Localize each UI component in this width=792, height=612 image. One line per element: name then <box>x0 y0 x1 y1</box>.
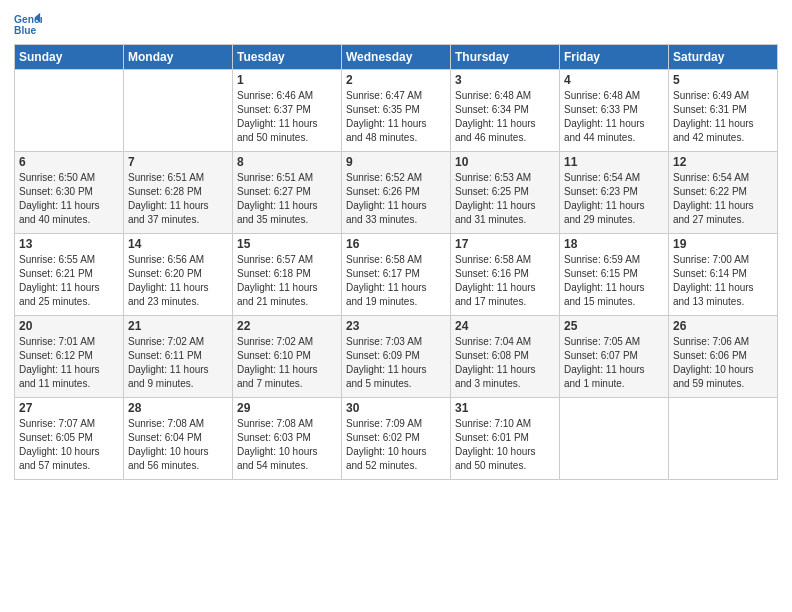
weekday-header-thursday: Thursday <box>451 45 560 70</box>
day-info: Sunrise: 6:56 AMSunset: 6:20 PMDaylight:… <box>128 253 228 309</box>
day-info: Sunrise: 6:54 AMSunset: 6:23 PMDaylight:… <box>564 171 664 227</box>
day-cell <box>669 398 778 480</box>
day-info: Sunrise: 7:02 AMSunset: 6:11 PMDaylight:… <box>128 335 228 391</box>
day-number: 26 <box>673 319 773 333</box>
day-cell: 23Sunrise: 7:03 AMSunset: 6:09 PMDayligh… <box>342 316 451 398</box>
day-cell: 29Sunrise: 7:08 AMSunset: 6:03 PMDayligh… <box>233 398 342 480</box>
day-number: 19 <box>673 237 773 251</box>
day-cell: 21Sunrise: 7:02 AMSunset: 6:11 PMDayligh… <box>124 316 233 398</box>
day-cell: 19Sunrise: 7:00 AMSunset: 6:14 PMDayligh… <box>669 234 778 316</box>
day-info: Sunrise: 7:09 AMSunset: 6:02 PMDaylight:… <box>346 417 446 473</box>
day-cell: 18Sunrise: 6:59 AMSunset: 6:15 PMDayligh… <box>560 234 669 316</box>
day-info: Sunrise: 6:46 AMSunset: 6:37 PMDaylight:… <box>237 89 337 145</box>
day-info: Sunrise: 6:55 AMSunset: 6:21 PMDaylight:… <box>19 253 119 309</box>
day-cell: 28Sunrise: 7:08 AMSunset: 6:04 PMDayligh… <box>124 398 233 480</box>
day-cell: 27Sunrise: 7:07 AMSunset: 6:05 PMDayligh… <box>15 398 124 480</box>
day-cell: 17Sunrise: 6:58 AMSunset: 6:16 PMDayligh… <box>451 234 560 316</box>
day-info: Sunrise: 7:06 AMSunset: 6:06 PMDaylight:… <box>673 335 773 391</box>
day-number: 10 <box>455 155 555 169</box>
day-number: 4 <box>564 73 664 87</box>
day-number: 1 <box>237 73 337 87</box>
day-info: Sunrise: 6:49 AMSunset: 6:31 PMDaylight:… <box>673 89 773 145</box>
weekday-header-wednesday: Wednesday <box>342 45 451 70</box>
day-info: Sunrise: 6:57 AMSunset: 6:18 PMDaylight:… <box>237 253 337 309</box>
day-info: Sunrise: 6:58 AMSunset: 6:16 PMDaylight:… <box>455 253 555 309</box>
week-row-4: 20Sunrise: 7:01 AMSunset: 6:12 PMDayligh… <box>15 316 778 398</box>
day-info: Sunrise: 6:58 AMSunset: 6:17 PMDaylight:… <box>346 253 446 309</box>
day-info: Sunrise: 6:51 AMSunset: 6:27 PMDaylight:… <box>237 171 337 227</box>
day-info: Sunrise: 6:48 AMSunset: 6:34 PMDaylight:… <box>455 89 555 145</box>
day-number: 27 <box>19 401 119 415</box>
day-cell: 13Sunrise: 6:55 AMSunset: 6:21 PMDayligh… <box>15 234 124 316</box>
header: General Blue <box>14 10 778 38</box>
day-number: 21 <box>128 319 228 333</box>
week-row-2: 6Sunrise: 6:50 AMSunset: 6:30 PMDaylight… <box>15 152 778 234</box>
weekday-header-saturday: Saturday <box>669 45 778 70</box>
day-cell: 26Sunrise: 7:06 AMSunset: 6:06 PMDayligh… <box>669 316 778 398</box>
weekday-header-sunday: Sunday <box>15 45 124 70</box>
calendar-table: SundayMondayTuesdayWednesdayThursdayFrid… <box>14 44 778 480</box>
day-cell <box>124 70 233 152</box>
day-cell: 15Sunrise: 6:57 AMSunset: 6:18 PMDayligh… <box>233 234 342 316</box>
svg-text:Blue: Blue <box>14 25 37 36</box>
day-number: 17 <box>455 237 555 251</box>
day-info: Sunrise: 6:50 AMSunset: 6:30 PMDaylight:… <box>19 171 119 227</box>
day-number: 23 <box>346 319 446 333</box>
day-info: Sunrise: 6:54 AMSunset: 6:22 PMDaylight:… <box>673 171 773 227</box>
weekday-header-monday: Monday <box>124 45 233 70</box>
day-cell: 11Sunrise: 6:54 AMSunset: 6:23 PMDayligh… <box>560 152 669 234</box>
day-number: 3 <box>455 73 555 87</box>
calendar-page: General Blue SundayMondayTuesdayWednesda… <box>0 0 792 612</box>
day-info: Sunrise: 7:01 AMSunset: 6:12 PMDaylight:… <box>19 335 119 391</box>
day-number: 8 <box>237 155 337 169</box>
day-info: Sunrise: 7:07 AMSunset: 6:05 PMDaylight:… <box>19 417 119 473</box>
day-number: 15 <box>237 237 337 251</box>
day-number: 11 <box>564 155 664 169</box>
day-number: 14 <box>128 237 228 251</box>
day-cell: 30Sunrise: 7:09 AMSunset: 6:02 PMDayligh… <box>342 398 451 480</box>
day-number: 28 <box>128 401 228 415</box>
day-cell: 22Sunrise: 7:02 AMSunset: 6:10 PMDayligh… <box>233 316 342 398</box>
day-cell: 20Sunrise: 7:01 AMSunset: 6:12 PMDayligh… <box>15 316 124 398</box>
day-info: Sunrise: 6:51 AMSunset: 6:28 PMDaylight:… <box>128 171 228 227</box>
day-number: 2 <box>346 73 446 87</box>
day-info: Sunrise: 7:05 AMSunset: 6:07 PMDaylight:… <box>564 335 664 391</box>
week-row-3: 13Sunrise: 6:55 AMSunset: 6:21 PMDayligh… <box>15 234 778 316</box>
day-cell: 12Sunrise: 6:54 AMSunset: 6:22 PMDayligh… <box>669 152 778 234</box>
weekday-header-row: SundayMondayTuesdayWednesdayThursdayFrid… <box>15 45 778 70</box>
day-number: 12 <box>673 155 773 169</box>
week-row-1: 1Sunrise: 6:46 AMSunset: 6:37 PMDaylight… <box>15 70 778 152</box>
day-info: Sunrise: 7:02 AMSunset: 6:10 PMDaylight:… <box>237 335 337 391</box>
day-info: Sunrise: 6:52 AMSunset: 6:26 PMDaylight:… <box>346 171 446 227</box>
day-number: 18 <box>564 237 664 251</box>
day-number: 31 <box>455 401 555 415</box>
weekday-header-friday: Friday <box>560 45 669 70</box>
day-number: 5 <box>673 73 773 87</box>
day-cell: 16Sunrise: 6:58 AMSunset: 6:17 PMDayligh… <box>342 234 451 316</box>
day-info: Sunrise: 7:08 AMSunset: 6:04 PMDaylight:… <box>128 417 228 473</box>
week-row-5: 27Sunrise: 7:07 AMSunset: 6:05 PMDayligh… <box>15 398 778 480</box>
day-cell: 5Sunrise: 6:49 AMSunset: 6:31 PMDaylight… <box>669 70 778 152</box>
day-info: Sunrise: 6:48 AMSunset: 6:33 PMDaylight:… <box>564 89 664 145</box>
day-info: Sunrise: 7:04 AMSunset: 6:08 PMDaylight:… <box>455 335 555 391</box>
day-cell: 4Sunrise: 6:48 AMSunset: 6:33 PMDaylight… <box>560 70 669 152</box>
day-cell: 3Sunrise: 6:48 AMSunset: 6:34 PMDaylight… <box>451 70 560 152</box>
logo-icon: General Blue <box>14 10 42 38</box>
day-number: 29 <box>237 401 337 415</box>
day-info: Sunrise: 6:53 AMSunset: 6:25 PMDaylight:… <box>455 171 555 227</box>
logo: General Blue <box>14 10 42 38</box>
day-number: 13 <box>19 237 119 251</box>
day-info: Sunrise: 7:08 AMSunset: 6:03 PMDaylight:… <box>237 417 337 473</box>
day-cell: 25Sunrise: 7:05 AMSunset: 6:07 PMDayligh… <box>560 316 669 398</box>
day-info: Sunrise: 7:00 AMSunset: 6:14 PMDaylight:… <box>673 253 773 309</box>
day-number: 24 <box>455 319 555 333</box>
day-info: Sunrise: 6:47 AMSunset: 6:35 PMDaylight:… <box>346 89 446 145</box>
day-number: 6 <box>19 155 119 169</box>
day-cell: 24Sunrise: 7:04 AMSunset: 6:08 PMDayligh… <box>451 316 560 398</box>
day-cell: 10Sunrise: 6:53 AMSunset: 6:25 PMDayligh… <box>451 152 560 234</box>
day-cell <box>560 398 669 480</box>
day-cell: 14Sunrise: 6:56 AMSunset: 6:20 PMDayligh… <box>124 234 233 316</box>
day-info: Sunrise: 6:59 AMSunset: 6:15 PMDaylight:… <box>564 253 664 309</box>
weekday-header-tuesday: Tuesday <box>233 45 342 70</box>
day-cell <box>15 70 124 152</box>
